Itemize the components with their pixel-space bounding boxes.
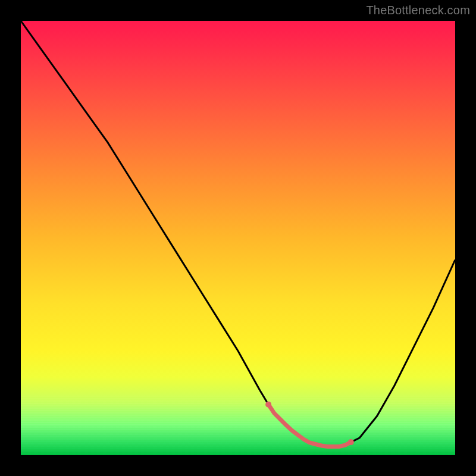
highlight-dot-left <box>265 402 271 408</box>
curve-highlight <box>268 405 351 447</box>
watermark-text: TheBottleneck.com <box>366 4 470 17</box>
plot-area <box>21 21 455 455</box>
curve-line <box>21 21 455 446</box>
highlight-dot-right <box>348 439 354 445</box>
bottleneck-curve <box>21 21 455 455</box>
chart-frame: TheBottleneck.com <box>0 0 476 476</box>
